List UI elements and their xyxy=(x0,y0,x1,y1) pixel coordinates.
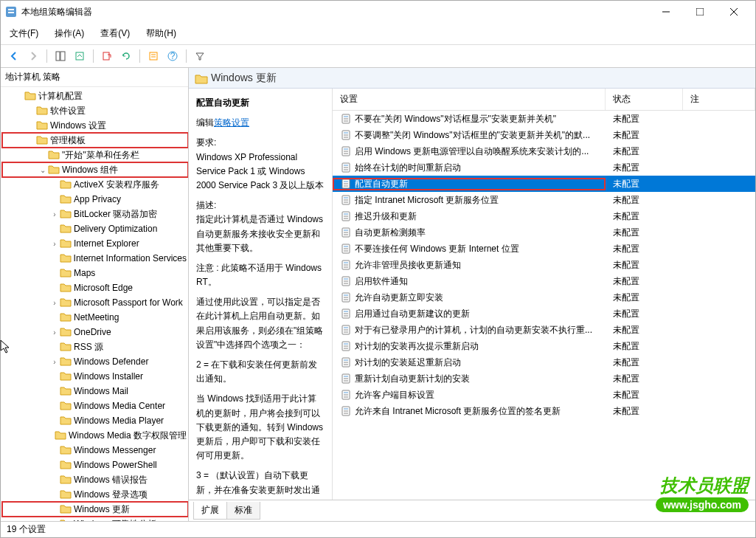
list-row[interactable]: 配置自动更新未配置 xyxy=(333,176,755,192)
folder-icon xyxy=(48,165,60,175)
setting-label: 允许客户端目标设置 xyxy=(355,389,434,401)
chevron-right-icon[interactable]: › xyxy=(49,238,60,249)
tree-item[interactable]: Windows 登录选项 xyxy=(2,487,188,502)
policy-icon xyxy=(340,275,352,287)
folder-icon xyxy=(60,475,72,485)
list-row[interactable]: 不要连接任何 Windows 更新 Internet 位置未配置 xyxy=(333,241,755,257)
tree-item[interactable]: Windows 设置 xyxy=(2,118,188,133)
list-row[interactable]: 不要调整"关闭 Windows"对话框里的"安装更新并关机"的默...未配置 xyxy=(333,127,755,143)
policy-icon xyxy=(340,113,352,125)
setting-label: 推迟升级和更新 xyxy=(355,210,417,223)
policy-icon xyxy=(340,227,352,238)
tree-item[interactable]: Windows Media Center xyxy=(2,399,188,413)
tree-item[interactable]: ›Internet Explorer xyxy=(2,236,188,251)
tree-item[interactable]: ›Microsoft Passport for Work xyxy=(2,295,188,310)
tree-item[interactable]: App Privacy xyxy=(2,192,188,207)
help-button[interactable]: ? xyxy=(164,48,181,64)
folder-icon xyxy=(55,430,66,441)
setting-status: 未配置 xyxy=(606,275,683,288)
list-row[interactable]: 允许自动更新立即安装未配置 xyxy=(333,289,755,306)
minimize-button[interactable] xyxy=(649,1,683,23)
expander-placeholder xyxy=(14,91,24,101)
tree-item[interactable]: Maps xyxy=(2,266,188,280)
menu-help[interactable]: 帮助(H) xyxy=(143,26,179,41)
tree-item[interactable]: 计算机配置 xyxy=(2,89,188,103)
tree-pane[interactable]: 地计算机 策略 计算机配置软件设置Windows 设置管理模板"开始"菜单和任务… xyxy=(1,68,189,521)
tree-item[interactable]: ActiveX 安装程序服务 xyxy=(2,177,188,192)
list-row[interactable]: 推迟升级和更新未配置 xyxy=(333,208,755,224)
tree-item[interactable]: Internet Information Services xyxy=(2,251,188,266)
properties-button[interactable] xyxy=(145,48,162,64)
tree-item-label: Internet Information Services xyxy=(74,253,187,263)
export-button[interactable] xyxy=(98,48,116,64)
tree-item-label: NetMeeting xyxy=(74,312,119,323)
tree-item[interactable]: ›OneDrive xyxy=(2,325,188,339)
tree-item[interactable]: 软件设置 xyxy=(2,103,188,118)
setting-label: 不要连接任何 Windows 更新 Internet 位置 xyxy=(355,243,519,255)
svg-rect-8 xyxy=(60,52,65,61)
tree-item-label: Windows 登录选项 xyxy=(74,489,148,501)
tree-item[interactable]: Delivery Optimization xyxy=(2,221,188,236)
forward-button[interactable] xyxy=(24,48,42,64)
setting-status: 未配置 xyxy=(606,243,683,255)
tree-item[interactable]: Windows Messenger xyxy=(2,443,188,458)
chevron-down-icon[interactable]: ⌄ xyxy=(38,165,48,175)
tab-standard[interactable]: 标准 xyxy=(226,502,260,520)
list-row[interactable]: 重新计划自动更新计划的安装未配置 xyxy=(333,370,755,387)
tree-item[interactable]: Windows Installer xyxy=(2,369,188,384)
maximize-button[interactable] xyxy=(683,1,717,23)
list-row[interactable]: 对计划的安装再次提示重新启动未配置 xyxy=(333,338,755,354)
expander-placeholder xyxy=(49,253,60,263)
list-row[interactable]: 不要在"关闭 Windows"对话框显示"安装更新并关机"未配置 xyxy=(333,111,755,127)
chevron-right-icon[interactable]: › xyxy=(49,356,60,367)
list-row[interactable]: 允许来自 Intranet Microsoft 更新服务位置的签名更新未配置 xyxy=(333,403,755,419)
list-row[interactable]: 对计划的安装延迟重新启动未配置 xyxy=(333,354,755,370)
back-button[interactable] xyxy=(5,48,23,64)
tree-item[interactable]: ⌄Windows 组件 xyxy=(2,162,188,177)
tree-item[interactable]: Windows Media 数字权限管理 xyxy=(2,428,188,443)
list-row[interactable]: 允许客户端目标设置未配置 xyxy=(333,387,755,403)
tree-item[interactable]: Windows PowerShell xyxy=(2,458,188,472)
chevron-right-icon[interactable]: › xyxy=(49,327,60,337)
menu-file[interactable]: 文件(F) xyxy=(7,26,41,41)
chevron-right-icon[interactable]: › xyxy=(49,209,60,219)
tree-item[interactable]: NetMeeting xyxy=(2,310,188,325)
list-row[interactable]: 启用软件通知未配置 xyxy=(333,273,755,289)
tree-item[interactable]: Windows Media Player xyxy=(2,413,188,428)
tree-item[interactable]: ›Windows Defender xyxy=(2,354,188,369)
list-row[interactable]: 对于有已登录用户的计算机，计划的自动更新安装不执行重...未配置 xyxy=(333,322,755,338)
tree-item[interactable]: Windows 可靠性分析 xyxy=(2,517,188,521)
tree-item[interactable]: ›BitLocker 驱动器加密 xyxy=(2,207,188,221)
tree-item[interactable]: RSS 源 xyxy=(2,339,188,354)
refresh-button[interactable] xyxy=(117,48,135,64)
tree-item[interactable]: Microsoft Edge xyxy=(2,280,188,295)
chevron-right-icon[interactable]: › xyxy=(49,297,60,308)
col-note[interactable]: 注 xyxy=(683,89,755,110)
tree-item-label: Windows Installer xyxy=(74,371,143,382)
statusbar: 19 个设置 xyxy=(1,521,755,537)
tree-item[interactable]: Windows Mail xyxy=(2,384,188,399)
expander-placeholder xyxy=(49,371,60,382)
tree-item[interactable]: Windows 更新 xyxy=(2,502,188,517)
col-setting[interactable]: 设置 xyxy=(333,89,606,110)
list-row[interactable]: 始终在计划的时间重新启动未配置 xyxy=(333,159,755,176)
close-button[interactable] xyxy=(717,1,751,23)
filter-button[interactable] xyxy=(191,48,209,64)
list-row[interactable]: 启用通过自动更新建议的更新未配置 xyxy=(333,306,755,322)
list-row[interactable]: 自动更新检测频率未配置 xyxy=(333,224,755,241)
tree-item[interactable]: "开始"菜单和任务栏 xyxy=(2,148,188,162)
tree-item[interactable]: 管理模板 xyxy=(2,133,188,148)
up-button[interactable] xyxy=(71,48,89,64)
show-hide-tree-button[interactable] xyxy=(52,48,69,64)
list-row[interactable]: 启用 Windows 更新电源管理以自动唤醒系统来安装计划的...未配置 xyxy=(333,143,755,159)
tab-extended[interactable]: 扩展 xyxy=(193,502,227,520)
col-status[interactable]: 状态 xyxy=(606,89,683,110)
edit-policy-link[interactable]: 策略设置 xyxy=(214,117,249,128)
tree-item[interactable]: Windows 错误报告 xyxy=(2,472,188,487)
menu-action[interactable]: 操作(A) xyxy=(52,26,87,41)
setting-status: 未配置 xyxy=(606,210,683,223)
menu-view[interactable]: 查看(V) xyxy=(97,26,133,41)
list-row[interactable]: 允许非管理员接收更新通知未配置 xyxy=(333,257,755,273)
tree-item-label: RSS 源 xyxy=(74,341,103,354)
list-row[interactable]: 指定 Intranet Microsoft 更新服务位置未配置 xyxy=(333,192,755,208)
